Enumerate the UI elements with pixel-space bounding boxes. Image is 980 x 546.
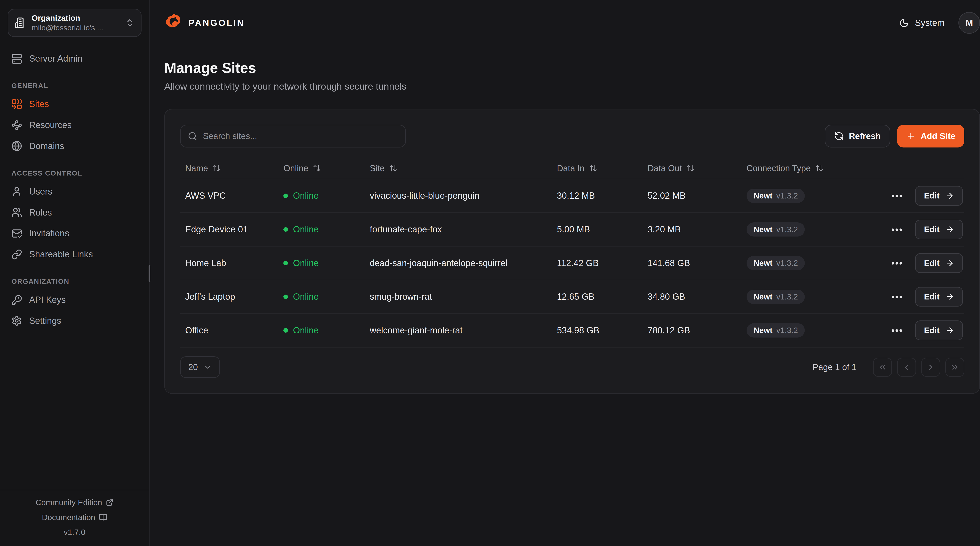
data-in-cell: 30.12 MB bbox=[552, 191, 643, 201]
page-head: Manage Sites Allow connectivity to your … bbox=[164, 60, 980, 92]
table-row: Edge Device 01 Online fortunate-cape-fox… bbox=[180, 213, 964, 247]
data-out-cell: 780.12 GB bbox=[643, 326, 741, 335]
status-cell: Online bbox=[278, 191, 365, 201]
sidebar-item-roles[interactable]: Roles bbox=[8, 202, 142, 223]
next-page-button[interactable] bbox=[921, 358, 940, 377]
add-site-button[interactable]: Add Site bbox=[897, 125, 964, 148]
sidebar-item-users[interactable]: Users bbox=[8, 181, 142, 202]
topbar: PANGOLIN System M bbox=[164, 0, 980, 46]
sidebar-item-settings[interactable]: Settings bbox=[8, 310, 142, 331]
community-edition-link[interactable]: Community Edition bbox=[36, 498, 114, 507]
theme-toggle[interactable]: System bbox=[899, 18, 945, 28]
connection-badge: Newt v1.3.2 bbox=[746, 222, 805, 237]
row-menu-button[interactable]: ••• bbox=[888, 289, 907, 304]
site-name-cell: Jeff's Laptop bbox=[180, 292, 278, 302]
actions-cell: ••• Edit bbox=[882, 321, 964, 340]
status-cell: Online bbox=[278, 224, 365, 235]
sidebar-item-label: Invitations bbox=[29, 228, 69, 238]
data-in-cell: 5.00 MB bbox=[552, 224, 643, 235]
chevron-down-icon bbox=[204, 363, 212, 371]
site-slug-cell: vivacious-little-blue-penguin bbox=[365, 191, 552, 201]
theme-label: System bbox=[915, 18, 945, 28]
site-name-cell: Edge Device 01 bbox=[180, 224, 278, 235]
table-row: Jeff's Laptop Online smug-brown-rat 12.6… bbox=[180, 280, 964, 314]
sidebar-item-api-keys[interactable]: API Keys bbox=[8, 289, 142, 310]
link-icon bbox=[11, 249, 22, 260]
row-menu-button[interactable]: ••• bbox=[888, 323, 907, 337]
column-header-site[interactable]: Site bbox=[365, 163, 552, 173]
prev-page-button[interactable] bbox=[897, 358, 916, 377]
sidebar-item-domains[interactable]: Domains bbox=[8, 136, 142, 156]
column-header-online[interactable]: Online bbox=[278, 163, 365, 173]
sidebar-item-shareable-links[interactable]: Shareable Links bbox=[8, 244, 142, 265]
edit-button[interactable]: Edit bbox=[915, 220, 963, 239]
connection-badge: Newt v1.3.2 bbox=[746, 256, 805, 270]
section-label-general: GENERAL bbox=[11, 82, 142, 90]
row-menu-button[interactable]: ••• bbox=[888, 188, 907, 203]
connection-type-cell: Newt v1.3.2 bbox=[741, 256, 882, 270]
sort-icon bbox=[313, 164, 321, 172]
sidebar-item-label: Server Admin bbox=[29, 54, 83, 64]
sidebar-resize-handle[interactable] bbox=[149, 265, 151, 282]
online-dot-icon bbox=[283, 261, 288, 265]
mail-check-icon bbox=[11, 228, 22, 239]
refresh-icon bbox=[834, 131, 844, 141]
page-size-select[interactable]: 20 bbox=[180, 356, 220, 378]
sort-icon bbox=[589, 164, 597, 172]
table-row: AWS VPC Online vivacious-little-blue-pen… bbox=[180, 179, 964, 213]
building-icon bbox=[14, 17, 26, 29]
table-row: Office Online welcome-giant-mole-rat 534… bbox=[180, 314, 964, 348]
data-in-cell: 112.42 GB bbox=[552, 258, 643, 268]
chevron-left-icon bbox=[902, 363, 911, 372]
status-badge: Online bbox=[293, 191, 319, 201]
section-label-organization: ORGANIZATION bbox=[11, 278, 142, 286]
arrow-right-icon bbox=[945, 192, 954, 200]
documentation-link[interactable]: Documentation bbox=[42, 513, 107, 522]
column-header-name[interactable]: Name bbox=[180, 163, 278, 173]
column-header-data-in[interactable]: Data In bbox=[552, 163, 643, 173]
arrow-right-icon bbox=[945, 259, 954, 268]
avatar[interactable]: M bbox=[958, 12, 980, 34]
column-header-data-out[interactable]: Data Out bbox=[643, 163, 741, 173]
refresh-button[interactable]: Refresh bbox=[825, 125, 890, 148]
edit-button[interactable]: Edit bbox=[915, 253, 963, 273]
card-toolbar: Refresh Add Site bbox=[180, 125, 964, 148]
row-menu-button[interactable]: ••• bbox=[888, 256, 907, 270]
sidebar-item-resources[interactable]: Resources bbox=[8, 115, 142, 136]
user-icon bbox=[11, 186, 22, 197]
edit-button[interactable]: Edit bbox=[915, 321, 963, 340]
search-input[interactable] bbox=[203, 131, 398, 141]
pager bbox=[873, 358, 964, 377]
gear-icon bbox=[11, 315, 22, 326]
row-menu-button[interactable]: ••• bbox=[888, 222, 907, 237]
actions-cell: ••• Edit bbox=[882, 287, 964, 307]
section-label-access-control: ACCESS CONTROL bbox=[11, 169, 142, 177]
sidebar-item-sites[interactable]: Sites bbox=[8, 94, 142, 115]
sites-table: Name Online Site Data In bbox=[180, 158, 964, 348]
first-page-button[interactable] bbox=[873, 358, 892, 377]
sort-icon bbox=[815, 164, 823, 172]
column-header-connection-type[interactable]: Connection Type bbox=[741, 163, 959, 173]
arrow-right-icon bbox=[945, 225, 954, 234]
sidebar-item-invitations[interactable]: Invitations bbox=[8, 223, 142, 244]
sidebar-item-server-admin[interactable]: Server Admin bbox=[8, 48, 142, 69]
org-picker[interactable]: Organization milo@fossorial.io's ... bbox=[8, 9, 142, 37]
app-root: Organization milo@fossorial.io's ... Ser… bbox=[0, 0, 980, 546]
online-dot-icon bbox=[283, 193, 288, 198]
sidebar-item-label: Sites bbox=[29, 99, 49, 109]
connection-type-cell: Newt v1.3.2 bbox=[741, 290, 882, 304]
edit-button[interactable]: Edit bbox=[915, 186, 963, 206]
org-picker-value: milo@fossorial.io's ... bbox=[32, 23, 119, 33]
status-badge: Online bbox=[293, 224, 319, 235]
combine-icon bbox=[11, 99, 22, 110]
sort-icon bbox=[212, 164, 221, 172]
connection-badge: Newt v1.3.2 bbox=[746, 323, 805, 337]
table-header-row: Name Online Site Data In bbox=[180, 158, 964, 179]
edit-button[interactable]: Edit bbox=[915, 287, 963, 307]
brand-name: PANGOLIN bbox=[188, 18, 245, 28]
last-page-button[interactable] bbox=[945, 358, 964, 377]
data-in-cell: 12.65 GB bbox=[552, 292, 643, 302]
chevrons-up-down-icon bbox=[125, 18, 135, 28]
sidebar-item-label: Resources bbox=[29, 120, 72, 130]
chevron-right-icon bbox=[926, 363, 935, 372]
